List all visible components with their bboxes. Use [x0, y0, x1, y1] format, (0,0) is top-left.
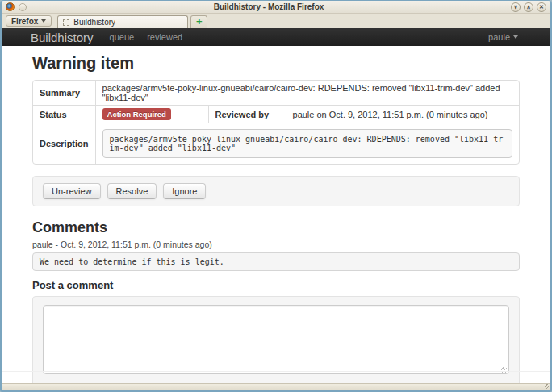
- chevron-down-icon: [41, 19, 46, 23]
- comment-input[interactable]: [43, 305, 509, 374]
- firefox-menu-button[interactable]: Firefox: [6, 15, 52, 27]
- page-content: Warning item Summary packages/armv5te-po…: [2, 46, 550, 383]
- firefox-logo-icon: [6, 2, 15, 11]
- user-menu[interactable]: paule: [488, 32, 518, 42]
- browser-window: Buildhistory - Mozilla Firefox ∨ ∧ ✕ Fir…: [0, 0, 552, 392]
- user-name: paule: [488, 32, 510, 42]
- nav-link-queue[interactable]: queue: [110, 32, 135, 42]
- window-menu-icon[interactable]: [19, 3, 27, 11]
- table-row-description: Description packages/armv5te-poky-linux-…: [33, 123, 519, 164]
- navbar-brand[interactable]: Buildhistory: [31, 31, 94, 44]
- status-badge: Action Required: [102, 108, 171, 120]
- summary-value: packages/armv5te-poky-linux-gnueabi/cair…: [95, 81, 519, 105]
- post-comment-title: Post a comment: [32, 279, 520, 291]
- tab-strip: Firefox Buildhistory +: [2, 14, 550, 28]
- comment-text: We need to determine if this is legit.: [32, 252, 520, 271]
- status-label: Status: [33, 105, 95, 123]
- status-cell: Action Required: [95, 105, 208, 123]
- page-bottom-divider: [2, 371, 550, 372]
- resolve-button[interactable]: Resolve: [107, 183, 157, 199]
- tab-favicon-icon: [63, 19, 69, 26]
- warning-detail-table: Summary packages/armv5te-poky-linux-gnue…: [32, 80, 520, 165]
- description-label: Description: [33, 123, 95, 164]
- maximize-button[interactable]: ∧: [524, 2, 533, 12]
- new-tab-button[interactable]: +: [190, 15, 207, 28]
- window-controls: ∨ ∧ ✕: [511, 2, 546, 12]
- description-cell: packages/armv5te-poky-linux-gnueabi/cair…: [95, 123, 519, 164]
- caret-down-icon: [513, 35, 518, 39]
- unreview-button[interactable]: Un-review: [43, 183, 101, 199]
- window-title: Buildhistory - Mozilla Firefox: [27, 2, 511, 11]
- comment-meta: paule - Oct. 9, 2012, 11:51 p.m. (0 minu…: [32, 240, 520, 249]
- page-title: Warning item: [32, 54, 520, 73]
- reviewed-by-label: Reviewed by: [208, 105, 286, 123]
- firefox-menu-label: Firefox: [11, 17, 38, 26]
- textarea-wrapper: [43, 305, 509, 377]
- addon-bar: [2, 383, 550, 390]
- comments-title: Comments: [32, 219, 520, 236]
- close-button[interactable]: ✕: [537, 2, 546, 12]
- reviewed-by-value: paule on Oct. 9, 2012, 11:51 p.m. (0 min…: [286, 105, 519, 123]
- description-code: packages/armv5te-poky-linux-gnueabi/cair…: [102, 129, 512, 158]
- app-navbar: Buildhistory queue reviewed paule: [2, 28, 550, 46]
- browser-viewport: Warning item Summary packages/armv5te-po…: [2, 46, 550, 383]
- action-bar: Un-review Resolve Ignore: [32, 176, 520, 206]
- nav-link-reviewed[interactable]: reviewed: [147, 32, 182, 42]
- minimize-button[interactable]: ∨: [511, 2, 521, 12]
- ignore-button[interactable]: Ignore: [163, 183, 206, 199]
- window-resize-grip-icon[interactable]: [545, 384, 550, 389]
- table-row-status: Status Action Required Reviewed by paule…: [33, 105, 519, 123]
- titlebar: Buildhistory - Mozilla Firefox ∨ ∧ ✕: [2, 1, 550, 14]
- table-row-summary: Summary packages/armv5te-poky-linux-gnue…: [33, 81, 519, 105]
- post-comment-well: Post: [32, 296, 520, 383]
- tab-buildhistory[interactable]: Buildhistory: [57, 15, 188, 28]
- summary-label: Summary: [33, 81, 95, 105]
- tab-title: Buildhistory: [73, 18, 115, 27]
